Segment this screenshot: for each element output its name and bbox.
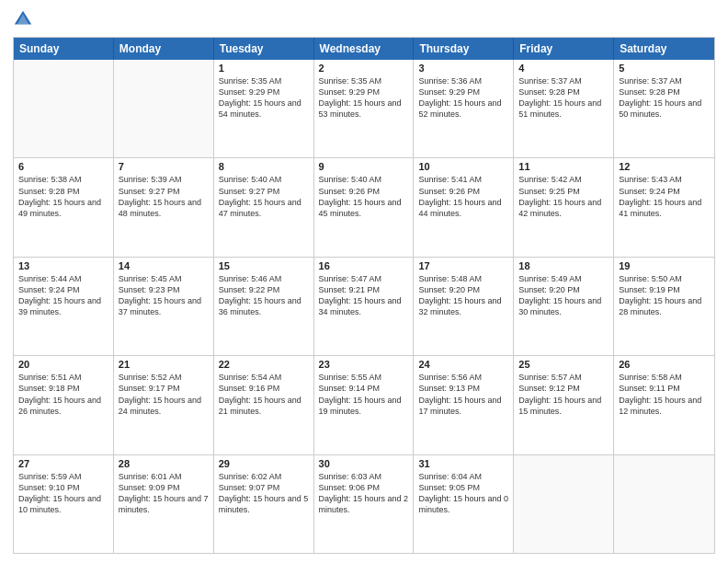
day-cell-13: 13Sunrise: 5:44 AM Sunset: 9:24 PM Dayli…: [14, 258, 114, 355]
day-info: Sunrise: 5:45 AM Sunset: 9:23 PM Dayligh…: [119, 273, 209, 318]
day-header-saturday: Saturday: [614, 38, 714, 60]
logo-icon: [13, 9, 33, 29]
day-info: Sunrise: 5:59 AM Sunset: 9:10 PM Dayligh…: [18, 471, 108, 516]
day-cell-24: 24Sunrise: 5:56 AM Sunset: 9:13 PM Dayli…: [414, 356, 514, 454]
day-number: 5: [619, 63, 710, 74]
empty-cell: [14, 60, 114, 157]
day-info: Sunrise: 5:44 AM Sunset: 9:24 PM Dayligh…: [18, 273, 108, 318]
day-cell-10: 10Sunrise: 5:41 AM Sunset: 9:26 PM Dayli…: [414, 158, 514, 256]
day-cell-26: 26Sunrise: 5:58 AM Sunset: 9:11 PM Dayli…: [614, 356, 714, 454]
empty-cell: [114, 60, 214, 157]
day-info: Sunrise: 5:43 AM Sunset: 9:24 PM Dayligh…: [619, 174, 710, 219]
day-info: Sunrise: 5:56 AM Sunset: 9:13 PM Dayligh…: [418, 372, 508, 417]
day-info: Sunrise: 5:35 AM Sunset: 9:29 PM Dayligh…: [319, 75, 409, 121]
day-number: 26: [619, 359, 710, 370]
day-info: Sunrise: 5:49 AM Sunset: 9:20 PM Dayligh…: [518, 273, 609, 318]
day-cell-16: 16Sunrise: 5:47 AM Sunset: 9:21 PM Dayli…: [314, 258, 415, 355]
day-cell-29: 29Sunrise: 6:02 AM Sunset: 9:07 PM Dayli…: [214, 455, 314, 553]
day-number: 30: [319, 458, 409, 469]
day-number: 3: [418, 63, 508, 74]
day-info: Sunrise: 5:47 AM Sunset: 9:21 PM Dayligh…: [319, 273, 409, 318]
day-header-thursday: Thursday: [414, 38, 514, 60]
calendar-header-row: SundayMondayTuesdayWednesdayThursdayFrid…: [14, 38, 714, 60]
day-cell-8: 8Sunrise: 5:40 AM Sunset: 9:27 PM Daylig…: [214, 158, 314, 256]
day-cell-14: 14Sunrise: 5:45 AM Sunset: 9:23 PM Dayli…: [114, 258, 214, 355]
day-number: 7: [119, 161, 209, 172]
day-number: 14: [119, 260, 209, 271]
day-cell-31: 31Sunrise: 6:04 AM Sunset: 9:05 PM Dayli…: [414, 455, 514, 553]
day-cell-6: 6Sunrise: 5:38 AM Sunset: 9:28 PM Daylig…: [14, 158, 114, 256]
day-number: 4: [518, 63, 609, 74]
day-info: Sunrise: 5:51 AM Sunset: 9:18 PM Dayligh…: [18, 372, 108, 417]
day-number: 12: [619, 161, 710, 172]
day-cell-27: 27Sunrise: 5:59 AM Sunset: 9:10 PM Dayli…: [14, 455, 114, 553]
day-cell-20: 20Sunrise: 5:51 AM Sunset: 9:18 PM Dayli…: [14, 356, 114, 454]
day-number: 15: [219, 260, 309, 271]
empty-cell: [614, 455, 714, 553]
day-number: 8: [219, 161, 309, 172]
day-info: Sunrise: 5:48 AM Sunset: 9:20 PM Dayligh…: [418, 273, 508, 318]
day-cell-11: 11Sunrise: 5:42 AM Sunset: 9:25 PM Dayli…: [514, 158, 614, 256]
day-cell-25: 25Sunrise: 5:57 AM Sunset: 9:12 PM Dayli…: [514, 356, 614, 454]
day-number: 16: [319, 260, 409, 271]
day-number: 13: [18, 260, 108, 271]
day-info: Sunrise: 6:04 AM Sunset: 9:05 PM Dayligh…: [418, 471, 508, 516]
day-info: Sunrise: 5:35 AM Sunset: 9:29 PM Dayligh…: [219, 75, 309, 121]
day-cell-5: 5Sunrise: 5:37 AM Sunset: 9:28 PM Daylig…: [614, 60, 714, 157]
day-info: Sunrise: 5:37 AM Sunset: 9:28 PM Dayligh…: [619, 75, 710, 121]
day-header-tuesday: Tuesday: [214, 38, 314, 60]
day-cell-12: 12Sunrise: 5:43 AM Sunset: 9:24 PM Dayli…: [614, 158, 714, 256]
day-cell-18: 18Sunrise: 5:49 AM Sunset: 9:20 PM Dayli…: [514, 258, 614, 355]
day-cell-22: 22Sunrise: 5:54 AM Sunset: 9:16 PM Dayli…: [214, 356, 314, 454]
day-cell-30: 30Sunrise: 6:03 AM Sunset: 9:06 PM Dayli…: [314, 455, 415, 553]
day-cell-19: 19Sunrise: 5:50 AM Sunset: 9:19 PM Dayli…: [614, 258, 714, 355]
day-info: Sunrise: 5:41 AM Sunset: 9:26 PM Dayligh…: [418, 174, 508, 219]
day-number: 1: [219, 63, 309, 74]
day-number: 21: [119, 359, 209, 370]
day-cell-15: 15Sunrise: 5:46 AM Sunset: 9:22 PM Dayli…: [214, 258, 314, 355]
calendar: SundayMondayTuesdayWednesdayThursdayFrid…: [13, 37, 715, 554]
day-header-wednesday: Wednesday: [314, 38, 415, 60]
day-header-sunday: Sunday: [14, 38, 114, 60]
calendar-page: SundayMondayTuesdayWednesdayThursdayFrid…: [0, 0, 728, 563]
calendar-week-0: 1Sunrise: 5:35 AM Sunset: 9:29 PM Daylig…: [14, 60, 714, 157]
day-number: 25: [518, 359, 609, 370]
day-info: Sunrise: 6:02 AM Sunset: 9:07 PM Dayligh…: [219, 471, 309, 516]
logo: [13, 9, 35, 31]
day-cell-23: 23Sunrise: 5:55 AM Sunset: 9:14 PM Dayli…: [314, 356, 415, 454]
day-info: Sunrise: 5:58 AM Sunset: 9:11 PM Dayligh…: [619, 372, 710, 417]
day-number: 10: [418, 161, 508, 172]
day-info: Sunrise: 5:54 AM Sunset: 9:16 PM Dayligh…: [219, 372, 309, 417]
day-number: 23: [319, 359, 409, 370]
day-number: 28: [119, 458, 209, 469]
day-cell-28: 28Sunrise: 6:01 AM Sunset: 9:09 PM Dayli…: [114, 455, 214, 553]
page-header: [13, 9, 715, 31]
day-info: Sunrise: 5:42 AM Sunset: 9:25 PM Dayligh…: [518, 174, 609, 219]
day-cell-9: 9Sunrise: 5:40 AM Sunset: 9:26 PM Daylig…: [314, 158, 415, 256]
empty-cell: [514, 455, 614, 553]
day-cell-7: 7Sunrise: 5:39 AM Sunset: 9:27 PM Daylig…: [114, 158, 214, 256]
day-info: Sunrise: 5:39 AM Sunset: 9:27 PM Dayligh…: [119, 174, 209, 219]
day-number: 20: [18, 359, 108, 370]
day-header-monday: Monday: [114, 38, 214, 60]
day-number: 9: [319, 161, 409, 172]
calendar-body: 1Sunrise: 5:35 AM Sunset: 9:29 PM Daylig…: [14, 60, 714, 553]
day-info: Sunrise: 5:36 AM Sunset: 9:29 PM Dayligh…: [418, 75, 508, 121]
day-number: 6: [18, 161, 108, 172]
day-number: 22: [219, 359, 309, 370]
day-number: 31: [418, 458, 508, 469]
day-info: Sunrise: 5:40 AM Sunset: 9:27 PM Dayligh…: [219, 174, 309, 219]
day-cell-21: 21Sunrise: 5:52 AM Sunset: 9:17 PM Dayli…: [114, 356, 214, 454]
day-info: Sunrise: 5:46 AM Sunset: 9:22 PM Dayligh…: [219, 273, 309, 318]
day-info: Sunrise: 6:03 AM Sunset: 9:06 PM Dayligh…: [319, 471, 409, 516]
day-number: 11: [518, 161, 609, 172]
day-info: Sunrise: 5:57 AM Sunset: 9:12 PM Dayligh…: [518, 372, 609, 417]
day-info: Sunrise: 5:38 AM Sunset: 9:28 PM Dayligh…: [18, 174, 108, 219]
day-cell-2: 2Sunrise: 5:35 AM Sunset: 9:29 PM Daylig…: [314, 60, 415, 157]
day-info: Sunrise: 5:37 AM Sunset: 9:28 PM Dayligh…: [518, 75, 609, 121]
day-info: Sunrise: 5:50 AM Sunset: 9:19 PM Dayligh…: [619, 273, 710, 318]
day-cell-4: 4Sunrise: 5:37 AM Sunset: 9:28 PM Daylig…: [514, 60, 614, 157]
calendar-week-4: 27Sunrise: 5:59 AM Sunset: 9:10 PM Dayli…: [14, 454, 714, 553]
day-number: 19: [619, 260, 710, 271]
day-header-friday: Friday: [514, 38, 614, 60]
